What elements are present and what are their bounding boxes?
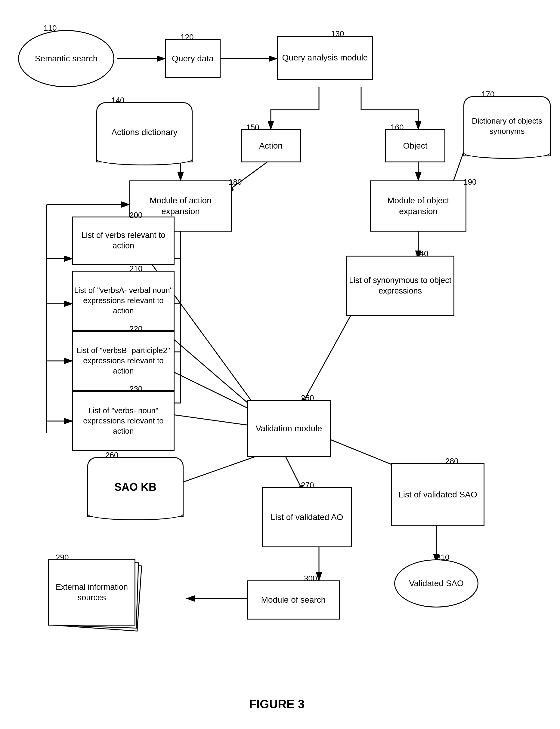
num-240: 240 — [415, 249, 428, 258]
num-170: 170 — [481, 90, 494, 99]
sao-kb-label: SAO KB — [114, 480, 156, 494]
actions-dictionary-label: Actions dictionary — [111, 127, 177, 138]
num-130: 130 — [331, 29, 344, 39]
list-synonymous-node: List of synonymous to object expressions — [346, 256, 454, 316]
list-verbsb-node: List of "verbsB- participle2" expression… — [72, 331, 175, 391]
dict-objects-label: Dictionary of objects synonyms — [464, 116, 550, 137]
validation-module-label: Validation module — [256, 423, 322, 434]
num-160: 160 — [391, 123, 404, 132]
num-310: 310 — [436, 553, 449, 562]
list-verbs-noun-label: List of "verbs- noun" expressions releva… — [73, 406, 174, 436]
semantic-search-node: Semantic search — [18, 30, 114, 87]
num-220: 220 — [129, 324, 142, 334]
module-object-exp-label: Module of object expansion — [371, 195, 466, 217]
actions-dict-ribbon-bottom — [96, 153, 193, 165]
list-validated-ao-node: List of validated AO — [262, 487, 352, 547]
list-verbs-node: List of verbs relevant to action — [72, 217, 175, 265]
num-260: 260 — [105, 450, 118, 460]
action-label: Action — [259, 141, 283, 151]
query-data-node: Query data — [165, 39, 221, 78]
num-190: 190 — [463, 178, 476, 187]
num-140: 140 — [111, 96, 124, 105]
module-search-node: Module of search — [247, 580, 340, 619]
num-120: 120 — [181, 32, 193, 42]
diagram-container: Semantic search 110 Query data 120 Query… — [0, 0, 560, 729]
validated-sao-label: Validated SAO — [409, 578, 464, 589]
external-info-label: External information sources — [49, 582, 135, 603]
num-300: 300 — [304, 574, 317, 583]
list-verbsa-node: List of "verbsA- verbal noun" expression… — [72, 271, 175, 331]
list-verbs-label: List of verbs relevant to action — [73, 230, 174, 251]
query-data-label: Query data — [172, 53, 214, 64]
list-verbs-noun-node: List of "verbs- noun" expressions releva… — [72, 391, 175, 451]
figure-label: FIGURE 3 — [217, 697, 337, 711]
object-label: Object — [403, 141, 428, 151]
query-analysis-label: Query analysis module — [282, 52, 368, 63]
list-verbsa-label: List of "verbsA- verbal noun" expression… — [73, 286, 174, 316]
validated-sao-node: Validated SAO — [394, 559, 478, 607]
sao-kb-ribbon-bottom — [87, 508, 184, 520]
validation-module-node: Validation module — [247, 400, 331, 457]
list-validated-ao-label: List of validated AO — [271, 512, 343, 523]
num-250: 250 — [301, 393, 314, 403]
num-150: 150 — [246, 123, 259, 132]
num-230: 230 — [129, 384, 142, 394]
dict-ribbon-bottom — [463, 147, 551, 159]
num-290: 290 — [56, 553, 69, 562]
num-280: 280 — [445, 456, 458, 466]
svg-line-7 — [226, 159, 271, 193]
list-validated-sao-label: List of validated SAO — [398, 489, 477, 500]
list-synonymous-label: List of synonymous to object expressions — [347, 275, 453, 296]
list-verbsb-label: List of "verbsB- participle2" expression… — [73, 346, 174, 376]
external-info-node: External information sources — [48, 559, 135, 625]
query-analysis-node: Query analysis module — [277, 36, 373, 80]
module-search-label: Module of search — [261, 595, 326, 605]
module-action-exp-label: Module of action expansion — [130, 195, 231, 217]
action-node: Action — [241, 129, 301, 162]
object-node: Object — [385, 129, 445, 162]
list-validated-sao-node: List of validated SAO — [391, 463, 484, 526]
num-200: 200 — [129, 211, 142, 220]
num-270: 270 — [301, 480, 314, 490]
semantic-search-label: Semantic search — [35, 53, 98, 64]
module-object-exp-node: Module of object expansion — [370, 181, 466, 232]
num-180: 180 — [229, 178, 242, 187]
num-110: 110 — [44, 23, 57, 33]
num-210: 210 — [129, 264, 142, 273]
